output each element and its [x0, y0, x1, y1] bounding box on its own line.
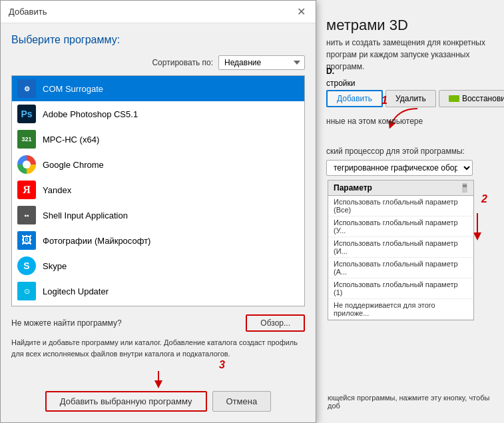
- browse-button[interactable]: Обзор...: [246, 314, 305, 332]
- bg-bottom-text: ющейся программы, нажмите эту кнопку, чт…: [328, 394, 491, 410]
- photos-name: Фотографии (Майкрософт): [43, 236, 150, 246]
- program-item-shell-input[interactable]: ▪▪ Shell Input Application: [12, 203, 304, 228]
- skype-name: Skype: [43, 261, 67, 271]
- sort-label: Сортировать по:: [152, 58, 213, 67]
- program-item-mpc-hc[interactable]: 321 MPC-HC (x64): [12, 127, 304, 152]
- bg-param-item-4[interactable]: Использовать глобальный параметр (1): [328, 278, 473, 299]
- bg-param-header: Параметр: [328, 181, 473, 196]
- bg-processor-select[interactable]: тегрированное графическое оборудование): [326, 160, 473, 176]
- svg-rect-3: [463, 185, 467, 187]
- chrome-icon: [17, 155, 36, 174]
- program-item-yandex[interactable]: Я Yandex: [12, 177, 304, 203]
- program-item-chrome[interactable]: Google Chrome: [12, 152, 304, 177]
- program-list: ⚙ COM Surrogate Ps Adobe Photoshop CS5.1…: [12, 76, 304, 306]
- bg-param-item-1[interactable]: Использовать глобальный параметр (У...: [328, 216, 473, 237]
- program-item-photoshop[interactable]: Ps Adobe Photoshop CS5.1: [12, 101, 304, 127]
- chrome-name: Google Chrome: [43, 160, 104, 170]
- help-text: Найдите и добавьте программу или каталог…: [11, 337, 305, 359]
- bg-param-table: Параметр Использовать глобальный парамет…: [328, 180, 474, 320]
- program-list-container: ⚙ COM Surrogate Ps Adobe Photoshop CS5.1…: [11, 75, 305, 306]
- bg-installed-label: нные на этом компьютере: [326, 117, 491, 126]
- modal-body: Выберите программу: Сортировать по: Неда…: [1, 23, 316, 422]
- photoshop-name: Adobe Photoshop CS5.1: [43, 109, 138, 119]
- yandex-name: Yandex: [43, 185, 71, 195]
- sort-row: Сортировать по: Недавние По имени По дат…: [11, 55, 305, 70]
- param-scroll-icon: [461, 183, 468, 193]
- logitech-updater-icon: ⊙: [17, 282, 36, 300]
- com-surrogate-icon: ⚙: [17, 79, 36, 98]
- close-button[interactable]: ✕: [294, 5, 308, 19]
- program-item-skype[interactable]: S Skype: [12, 253, 304, 278]
- yandex-icon: Я: [17, 181, 36, 199]
- modal-heading: Выберите программу:: [11, 34, 305, 46]
- skype-icon: S: [17, 256, 36, 275]
- bg-tab-label: стройки: [326, 79, 491, 88]
- nvidia-logo-icon: [449, 95, 459, 102]
- shell-input-name: Shell Input Application: [43, 211, 128, 220]
- program-item-com-surrogate[interactable]: ⚙ COM Surrogate: [12, 76, 304, 101]
- bg-title: метрами 3D: [326, 10, 491, 34]
- program-item-photos[interactable]: 🖼 Фотографии (Майкрософт): [12, 228, 304, 253]
- shell-input-icon: ▪▪: [17, 206, 36, 224]
- bg-section-d: D.: [326, 67, 491, 76]
- mpc-hc-icon: 321: [17, 130, 36, 149]
- logitech-updater-name: Logitech Updater: [43, 286, 109, 296]
- bg-add-button[interactable]: Добавить: [326, 90, 383, 107]
- sort-select[interactable]: Недавние По имени По дате: [218, 55, 305, 70]
- bg-param-item-3[interactable]: Использовать глобальный параметр (А...: [328, 258, 473, 278]
- cannot-find-row: Не можете найти программу? Обзор...: [11, 314, 305, 332]
- program-item-logitech-setpoint[interactable]: ⊙ Logitech SetPoint Event Manager (UNICO…: [12, 304, 304, 306]
- cannot-find-text: Не можете найти программу?: [11, 318, 122, 328]
- modal-titlebar: Добавить ✕: [1, 1, 316, 23]
- photos-icon: 🖼: [17, 231, 36, 250]
- photoshop-icon: Ps: [17, 105, 36, 123]
- bg-param-item-0[interactable]: Использовать глобальный параметр (Все): [328, 196, 473, 216]
- cancel-button[interactable]: Отмена: [212, 391, 272, 412]
- bg-param-item-5[interactable]: Не поддерживается для этого приложе...: [328, 299, 473, 320]
- bg-param-item-2[interactable]: Использовать глобальный параметр (И...: [328, 237, 473, 258]
- arrow-3-number: 3: [219, 359, 225, 371]
- modal-footer: Добавить выбранную программу Отмена: [11, 391, 305, 412]
- add-program-button[interactable]: Добавить выбранную программу: [45, 391, 207, 412]
- modal-dialog: Добавить ✕ Выберите программу: Сортирова…: [0, 0, 316, 423]
- modal-title: Добавить: [9, 7, 47, 17]
- bg-restore-button[interactable]: Восстановить: [439, 90, 504, 107]
- arrow-3-icon: [142, 370, 175, 388]
- com-surrogate-name: COM Surrogate: [43, 84, 103, 94]
- bg-processor-label: ский процессор для этой программы:: [326, 147, 491, 156]
- mpc-hc-name: MPC-HC (x64): [43, 135, 99, 145]
- program-item-logitech-updater[interactable]: ⊙ Logitech Updater: [12, 278, 304, 304]
